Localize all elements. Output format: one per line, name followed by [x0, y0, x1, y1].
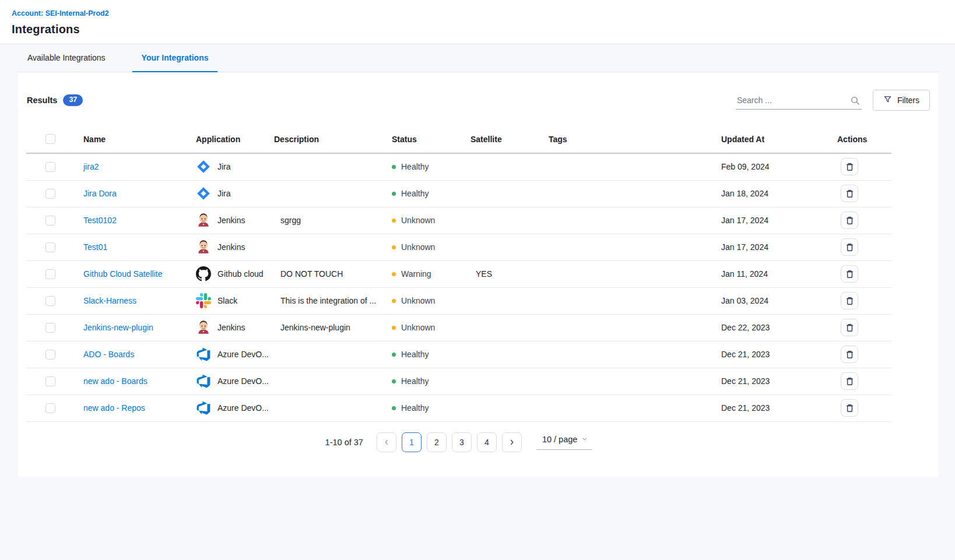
row-name-link[interactable]: ADO - Boards: [83, 350, 134, 359]
app-label: Jenkins: [217, 323, 245, 332]
page-size-select[interactable]: 10 / page: [536, 435, 592, 450]
app-label: Jira: [217, 189, 231, 198]
row-updated: Feb 09, 2024: [721, 162, 770, 171]
status-dot: [392, 299, 396, 303]
pagination-prev-button[interactable]: [377, 432, 396, 452]
results-summary: Results 37: [26, 94, 83, 106]
results-label: Results: [27, 96, 57, 105]
table-row: Test01 Jenkins Unknown Jan 17, 2024: [26, 234, 891, 260]
row-updated: Jan 18, 2024: [721, 189, 768, 198]
jira-icon: [196, 159, 211, 174]
status-dot: [392, 219, 396, 223]
status-label: Healthy: [401, 189, 429, 198]
account-link[interactable]: Account: SEI-Internal-Prod2: [12, 9, 109, 17]
delete-button[interactable]: [841, 292, 858, 309]
status-dot: [392, 272, 396, 276]
pagination-page-2[interactable]: 2: [427, 432, 447, 452]
toolbar: Results 37: [26, 90, 930, 111]
delete-button[interactable]: [841, 238, 858, 256]
delete-button[interactable]: [841, 158, 858, 175]
slack-icon: [196, 293, 211, 308]
row-checkbox[interactable]: [45, 403, 55, 413]
trash-icon: [845, 216, 854, 225]
delete-button[interactable]: [841, 346, 858, 363]
status-label: Unknown: [401, 242, 435, 252]
tab-bar: Available Integrations Your Integrations: [18, 44, 938, 72]
app-label: Github cloud: [217, 269, 264, 279]
chevron-down-icon: [581, 436, 588, 442]
row-name-link[interactable]: Jira Dora: [83, 189, 117, 198]
table-row: jira2 Jira Healthy Feb 09, 2024: [26, 153, 891, 180]
pagination-page-1[interactable]: 1: [402, 432, 422, 452]
row-name-link[interactable]: Test0102: [83, 216, 117, 225]
row-name-link[interactable]: new ado - Repos: [83, 403, 145, 413]
status-label: Unknown: [401, 216, 435, 225]
delete-button[interactable]: [841, 399, 858, 417]
row-name-link[interactable]: Slack-Harness: [83, 296, 136, 305]
trash-icon: [845, 403, 854, 413]
row-description: DO NOT TOUCH: [280, 269, 343, 279]
row-updated: Jan 11, 2024: [721, 269, 768, 279]
table-row: new ado - Repos Azure DevO... Healthy De…: [26, 395, 891, 421]
app-label: Azure DevO...: [217, 350, 269, 359]
row-name-link[interactable]: jira2: [83, 162, 99, 171]
status-label: Warning: [401, 269, 431, 279]
table-row: Github Cloud Satellite Github cloud DO N…: [26, 260, 891, 287]
status-dot: [392, 353, 396, 357]
pagination-page-4[interactable]: 4: [477, 432, 497, 452]
delete-button[interactable]: [841, 212, 858, 229]
table-body: jira2 Jira Healthy Feb 09, 2024: [26, 153, 891, 421]
row-checkbox[interactable]: [45, 162, 55, 172]
delete-button[interactable]: [841, 372, 858, 390]
tab-your-integrations[interactable]: Your Integrations: [132, 44, 218, 72]
table-row: ADO - Boards Azure DevO... Healthy Dec 2…: [26, 341, 891, 368]
row-checkbox[interactable]: [45, 323, 55, 333]
column-header-actions: Actions: [837, 128, 891, 153]
row-checkbox[interactable]: [45, 296, 55, 306]
column-header-satellite: Satellite: [471, 128, 549, 153]
row-checkbox[interactable]: [45, 350, 55, 360]
tab-available-integrations[interactable]: Available Integrations: [18, 44, 115, 72]
row-updated: Dec 21, 2023: [721, 350, 770, 359]
table-row: Jenkins-new-plugin Jenkins Jenkins-new-p…: [26, 314, 891, 341]
row-updated: Jan 03, 2024: [721, 296, 768, 305]
trash-icon: [845, 376, 854, 386]
page-size-label: 10 / page: [542, 435, 577, 444]
row-checkbox[interactable]: [45, 216, 55, 226]
trash-icon: [845, 323, 854, 332]
filters-button[interactable]: Filters: [873, 90, 930, 111]
row-checkbox[interactable]: [45, 189, 55, 199]
trash-icon: [845, 296, 854, 305]
row-name-link[interactable]: Github Cloud Satellite: [83, 269, 162, 279]
results-count-badge: 37: [63, 94, 83, 106]
column-header-application: Application: [196, 128, 274, 153]
page-title: Integrations: [12, 23, 943, 36]
row-updated: Dec 21, 2023: [721, 376, 770, 386]
column-header-tags: Tags: [549, 128, 721, 153]
delete-button[interactable]: [841, 319, 858, 336]
search-input[interactable]: [736, 91, 862, 110]
pagination-next-button[interactable]: [502, 432, 522, 452]
table-header-row: Name Application Description Status Sate…: [26, 128, 891, 153]
delete-button[interactable]: [841, 185, 858, 202]
pagination-page-3[interactable]: 3: [452, 432, 472, 452]
table-row: new ado - Boards Azure DevO... Healthy D…: [26, 368, 891, 395]
row-satellite: YES: [476, 269, 492, 279]
row-name-link[interactable]: new ado - Boards: [83, 376, 148, 386]
delete-button[interactable]: [841, 265, 858, 283]
row-name-link[interactable]: Jenkins-new-plugin: [83, 323, 153, 332]
status-label: Unknown: [401, 296, 435, 305]
azure-icon: [196, 400, 211, 415]
column-header-updated-at: Updated At: [721, 128, 837, 153]
row-checkbox[interactable]: [45, 242, 55, 252]
app-label: Azure DevO...: [217, 403, 269, 413]
row-updated: Jan 17, 2024: [721, 216, 768, 225]
status-label: Healthy: [401, 403, 429, 413]
row-checkbox[interactable]: [45, 376, 55, 386]
status-dot: [392, 326, 396, 330]
row-name-link[interactable]: Test01: [83, 242, 107, 252]
trash-icon: [845, 189, 854, 198]
row-checkbox[interactable]: [45, 269, 55, 279]
table-row: Jira Dora Jira Healthy Jan 18, 2024: [26, 180, 891, 207]
select-all-checkbox[interactable]: [45, 134, 55, 144]
